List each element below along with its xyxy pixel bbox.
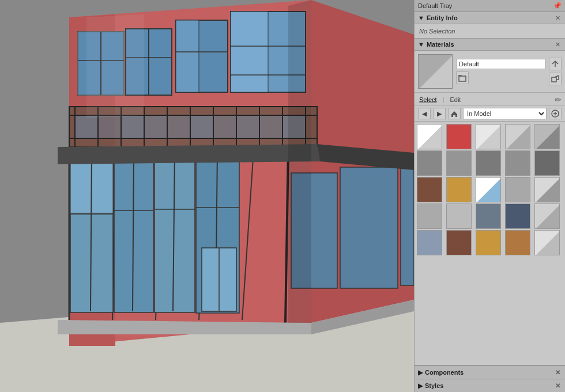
materials-nav: ◀ ▶ In Model Colors Brick and Cladding C… [415, 106, 565, 122]
swatch-1[interactable] [417, 124, 442, 149]
svg-rect-37 [168, 116, 190, 138]
entity-info-panel: ▼ Entity Info ✕ No Selection [415, 12, 565, 39]
swatch-18[interactable] [476, 203, 501, 229]
right-panel: Default Tray 📌 ▼ Entity Info ✕ No Select… [414, 0, 565, 392]
swatch-20[interactable] [534, 203, 560, 229]
svg-rect-36 [145, 116, 167, 138]
3d-viewport[interactable] [0, 0, 414, 392]
tray-title: Default Tray [418, 2, 452, 9]
swatch-15[interactable] [534, 177, 560, 202]
components-header[interactable]: ▶ Components ✕ [415, 366, 565, 379]
material-preview-area [415, 51, 565, 93]
swatch-12[interactable] [446, 177, 472, 202]
material-load-btn[interactable] [549, 58, 562, 70]
styles-header-left: ▶ Styles [418, 382, 443, 390]
eyedropper-icon[interactable]: ✏ [555, 95, 562, 104]
materials-header[interactable]: ▼ Materials ✕ [415, 39, 565, 51]
svg-rect-33 [76, 116, 97, 138]
swatch-16[interactable] [417, 203, 442, 229]
entity-info-status: No Selection [415, 24, 565, 38]
swatch-22[interactable] [446, 230, 472, 255]
components-title: Components [425, 369, 464, 376]
material-sample-btn[interactable] [549, 73, 562, 85]
svg-rect-40 [237, 116, 259, 138]
swatch-13[interactable] [476, 177, 501, 202]
swatch-11[interactable] [417, 177, 442, 202]
swatch-19[interactable] [505, 203, 530, 229]
svg-marker-68 [58, 144, 320, 164]
styles-title: Styles [425, 382, 443, 389]
components-header-left: ▶ Components [418, 369, 464, 376]
material-preview-box [418, 54, 453, 89]
components-section: ▶ Components ✕ [415, 365, 565, 379]
materials-arrow: ▼ [418, 41, 424, 48]
pin-icon[interactable]: 📌 [553, 2, 562, 10]
swatch-10[interactable] [534, 150, 560, 176]
nav-home-btn[interactable] [448, 108, 461, 119]
swatch-6[interactable] [417, 150, 442, 176]
svg-rect-38 [191, 116, 213, 138]
entity-info-title: Entity Info [427, 14, 458, 21]
svg-rect-67 [401, 161, 414, 285]
materials-panel: ▼ Materials ✕ [415, 39, 565, 365]
materials-tabs: Select | Edit ✏ [415, 93, 565, 106]
swatch-2[interactable]: Brick, Common [446, 124, 472, 149]
materials-close[interactable]: ✕ [553, 40, 562, 48]
swatch-25[interactable] [534, 230, 560, 255]
tab-separator: | [443, 96, 445, 103]
nav-back-btn[interactable]: ◀ [418, 108, 431, 119]
svg-marker-72 [86, 14, 144, 118]
svg-rect-66 [340, 167, 398, 288]
tab-select[interactable]: Select [418, 95, 438, 104]
swatches-area[interactable]: Brick, Common [415, 122, 565, 365]
swatch-24[interactable] [505, 230, 530, 255]
svg-rect-13 [176, 20, 199, 92]
materials-title: Materials [427, 41, 454, 48]
swatch-17[interactable] [446, 203, 472, 229]
swatch-21[interactable] [417, 230, 442, 255]
swatch-14[interactable] [505, 177, 530, 202]
entity-info-close[interactable]: ✕ [553, 14, 562, 22]
swatch-23[interactable] [476, 230, 501, 255]
svg-rect-35 [122, 116, 144, 138]
entity-info-header-left: ▼ Entity Info [418, 14, 458, 21]
swatch-tooltip: Brick, Common [447, 124, 472, 125]
tray-header: Default Tray 📌 [415, 0, 565, 12]
nav-forward-btn[interactable]: ▶ [433, 108, 446, 119]
swatch-7[interactable] [446, 150, 472, 176]
material-name-input[interactable] [456, 59, 545, 69]
components-arrow: ▶ [418, 369, 423, 376]
svg-rect-74 [459, 76, 466, 81]
nav-create-btn[interactable] [549, 108, 562, 119]
swatch-8[interactable] [476, 150, 501, 176]
styles-arrow: ▶ [418, 382, 423, 390]
material-preview-triangle [419, 55, 453, 89]
styles-close[interactable]: ✕ [553, 382, 562, 390]
material-folder-btn[interactable] [456, 71, 469, 84]
materials-header-left: ▼ Materials [418, 41, 454, 48]
styles-section: ▶ Styles ✕ [415, 379, 565, 392]
styles-header[interactable]: ▶ Styles ✕ [415, 379, 565, 392]
svg-rect-76 [552, 77, 556, 82]
svg-rect-39 [214, 116, 236, 138]
svg-rect-34 [99, 116, 120, 138]
swatch-4[interactable] [505, 124, 530, 149]
svg-rect-16 [231, 12, 268, 92]
swatch-3[interactable] [476, 124, 501, 149]
components-close[interactable]: ✕ [553, 368, 562, 376]
in-model-dropdown[interactable]: In Model Colors Brick and Cladding Carpe… [463, 108, 547, 119]
svg-rect-41 [260, 116, 282, 138]
entity-info-arrow: ▼ [418, 14, 424, 21]
svg-marker-73 [288, 0, 311, 323]
swatch-5[interactable] [534, 124, 560, 149]
swatches-grid: Brick, Common [417, 124, 563, 255]
tab-edit[interactable]: Edit [449, 95, 462, 104]
swatch-9[interactable] [505, 150, 530, 176]
entity-info-header[interactable]: ▼ Entity Info ✕ [415, 12, 565, 24]
